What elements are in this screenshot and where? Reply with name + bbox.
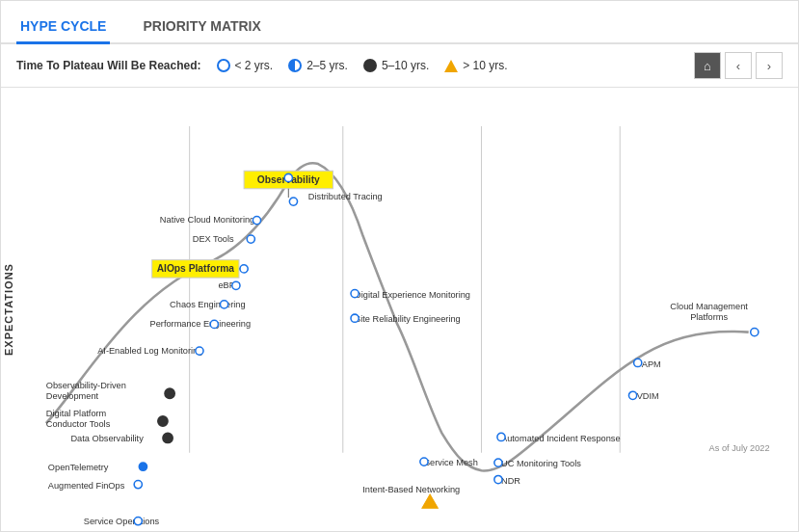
svg-point-18 (165, 388, 174, 398)
legend-gt10-label: > 10 yrs. (463, 59, 507, 72)
svg-point-16 (196, 347, 203, 355)
legend-triangle-gt10 (444, 60, 458, 72)
label-obs-driven: Observability-Driven (46, 381, 126, 390)
tab-hype-cycle[interactable]: HYPE CYCLE (16, 11, 110, 44)
label-sre: Site Reliability Engineering (355, 314, 461, 324)
label-service-ops: Service Operations (84, 517, 160, 526)
svg-point-25 (351, 289, 359, 297)
y-axis-label: EXPECTATIONS (1, 88, 16, 531)
label-ndr: NDR (501, 476, 520, 486)
legend-circle-lt2 (217, 59, 230, 72)
svg-point-23 (134, 481, 142, 489)
svg-point-27 (420, 458, 428, 466)
as-of-label: As of July 2022 (709, 443, 770, 453)
legend-2to5: 2–5 yrs. (288, 59, 348, 72)
legend-2to5-label: 2–5 yrs. (306, 59, 348, 72)
svg-point-21 (163, 433, 173, 442)
legend-5to10-label: 5–10 yrs. (382, 59, 429, 72)
label-service-mesh: Service Mesh (424, 458, 478, 467)
svg-point-8 (253, 217, 260, 225)
next-button[interactable]: › (756, 52, 783, 79)
svg-point-33 (628, 391, 636, 399)
label-finops: Augmented FinOps (48, 481, 125, 491)
prev-button[interactable]: ‹ (725, 52, 752, 79)
tab-bar: HYPE CYCLE PRIORITY MATRIX (1, 1, 798, 44)
svg-text:Conductor Tools: Conductor Tools (46, 419, 111, 429)
label-dem: Digital Experience Monitoring (355, 290, 470, 300)
label-chaos: Chaos Engineering (170, 300, 245, 309)
svg-point-35 (751, 329, 759, 336)
nav-buttons: ⌂ ‹ › (694, 52, 783, 79)
chart-area: EXPECTATIONS As of July 2022 Observabili… (1, 88, 798, 531)
label-cloud-mgmt: Cloud Management (670, 302, 748, 311)
svg-point-24 (134, 518, 142, 525)
svg-text:Platforms: Platforms (690, 312, 728, 322)
tab-priority-matrix[interactable]: PRIORITY MATRIX (139, 11, 264, 44)
svg-point-13 (232, 281, 240, 289)
legend-lt2: < 2 yrs. (217, 59, 274, 72)
svg-marker-28 (422, 494, 438, 508)
svg-point-15 (210, 320, 218, 328)
svg-point-7 (289, 198, 297, 205)
legend-title: Time To Plateau Will Be Reached: (16, 59, 201, 72)
label-ibn: Intent-Based Networking (362, 485, 460, 494)
label-native-cloud: Native Cloud Monitoring (160, 215, 254, 225)
svg-point-22 (139, 463, 146, 470)
label-vdim: VDIM (637, 391, 659, 401)
legend-circle-2to5 (288, 59, 302, 72)
chart-inner: As of July 2022 Observability Distribute… (16, 88, 798, 531)
legend-lt2-label: < 2 yrs. (235, 59, 274, 72)
label-air: Automated Incident Response (501, 434, 621, 443)
home-button[interactable]: ⌂ (694, 52, 721, 79)
label-opentelemetry: OpenTelemetry (48, 463, 109, 472)
hype-cycle-chart: As of July 2022 Observability Distribute… (16, 88, 798, 531)
legend-circle-5to10 (363, 59, 377, 72)
svg-text:Development: Development (46, 391, 99, 401)
legend-bar: Time To Plateau Will Be Reached: < 2 yrs… (1, 44, 798, 88)
legend-gt10: > 10 yrs. (444, 59, 507, 72)
app-container: HYPE CYCLE PRIORITY MATRIX Time To Plate… (0, 0, 799, 532)
svg-point-20 (158, 416, 168, 426)
svg-point-26 (351, 314, 359, 322)
svg-point-30 (494, 459, 502, 466)
label-perf-eng: Performance Engineering (150, 319, 252, 329)
label-aiops: AIOps Platforma (157, 263, 235, 274)
label-ai-log: AI-Enabled Log Monitoring (97, 346, 202, 356)
label-apm: APM (642, 359, 661, 369)
svg-point-31 (494, 475, 502, 483)
svg-point-9 (247, 235, 254, 243)
label-distributed-tracing: Distributed Tracing (308, 192, 383, 201)
svg-point-29 (497, 433, 505, 440)
svg-point-6 (284, 173, 292, 181)
svg-point-12 (240, 265, 248, 273)
svg-point-32 (634, 359, 642, 366)
svg-point-14 (220, 301, 227, 308)
legend-5to10: 5–10 yrs. (363, 59, 429, 72)
label-digital-platform: Digital Platform (46, 409, 107, 418)
label-uc: UC Monitoring Tools (501, 459, 581, 468)
label-data-obs: Data Observability (70, 434, 144, 443)
label-dex-tools: DEX Tools (193, 234, 234, 244)
